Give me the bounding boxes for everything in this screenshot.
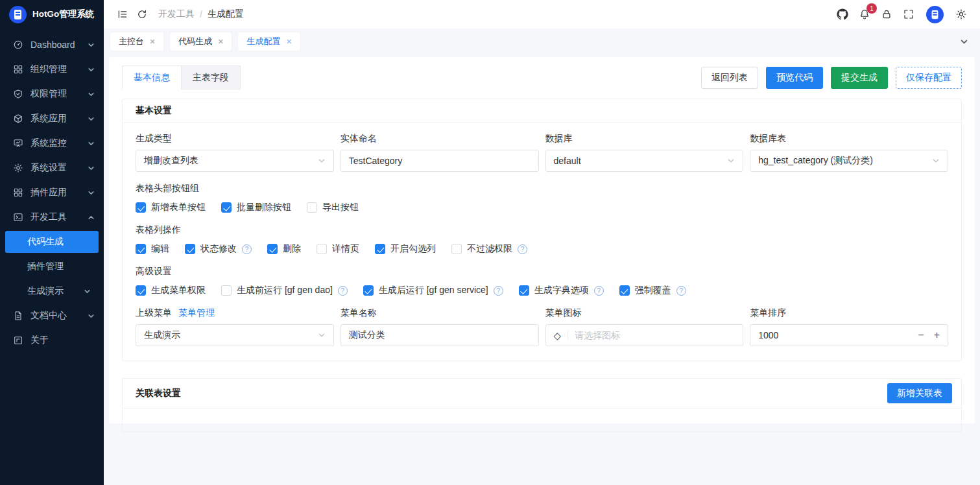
sidebar-item-org[interactable]: 组织管理 bbox=[0, 57, 104, 82]
group-label-column-ops: 表格列操作 bbox=[136, 224, 948, 236]
logo-row[interactable]: HotGo管理系统 bbox=[0, 0, 104, 29]
close-icon[interactable]: × bbox=[218, 37, 223, 46]
checkbox[interactable] bbox=[451, 244, 462, 254]
checkbox[interactable] bbox=[136, 244, 146, 254]
help-icon[interactable]: ? bbox=[242, 244, 252, 254]
checkbox[interactable] bbox=[375, 244, 385, 254]
checkbox-run-after-gen[interactable]: 生成后运行 [gf gen service] ? bbox=[363, 285, 503, 296]
menu-name-box bbox=[341, 324, 539, 346]
org-grid-icon bbox=[13, 64, 23, 75]
checkbox-export-button[interactable]: 导出按钮 bbox=[307, 202, 359, 213]
sidebar-item-about[interactable]: 关于 bbox=[0, 328, 104, 353]
database-select[interactable]: default bbox=[545, 150, 744, 172]
sidebar-item-system-settings[interactable]: 系统设置 bbox=[0, 156, 104, 180]
parent-menu-select[interactable]: 生成演示 bbox=[136, 324, 334, 346]
form-row-1: 生成类型 增删改查列表 实体命名 bbox=[136, 133, 948, 172]
save-config-only-button[interactable]: 仅保存配置 bbox=[896, 67, 962, 89]
checkbox[interactable] bbox=[317, 244, 327, 254]
shield-check-icon bbox=[13, 89, 23, 99]
checkbox-run-before-gen[interactable]: 生成前运行 [gf gen dao] ? bbox=[221, 285, 348, 296]
form-row-menu: 上级菜单 菜单管理 生成演示 菜单名称 bbox=[136, 307, 948, 346]
menu-name-input[interactable] bbox=[349, 330, 531, 340]
preview-code-button[interactable]: 预览代码 bbox=[766, 67, 823, 89]
menu-icon-input[interactable] bbox=[575, 330, 735, 340]
close-icon[interactable]: × bbox=[286, 37, 291, 46]
checkbox-detail-page[interactable]: 详情页 bbox=[317, 243, 359, 255]
checkbox-no-permission-filter[interactable]: 不过滤权限 ? bbox=[451, 243, 527, 255]
group-label-advanced: 高级设置 bbox=[136, 266, 948, 278]
refresh-icon[interactable] bbox=[132, 5, 152, 24]
minus-icon[interactable]: − bbox=[918, 330, 924, 340]
entity-name-input[interactable] bbox=[349, 156, 531, 166]
tab-basic-info[interactable]: 基本信息 bbox=[122, 65, 182, 89]
checkbox-delete[interactable]: 删除 bbox=[267, 243, 301, 255]
breadcrumb-separator: / bbox=[200, 9, 202, 19]
settings-gear-icon[interactable] bbox=[951, 5, 971, 24]
checkbox[interactable] bbox=[136, 202, 146, 213]
checkbox-gen-dict-options[interactable]: 生成字典选项 ? bbox=[519, 285, 604, 296]
basic-settings-header: 基本设置 bbox=[123, 99, 961, 123]
submit-generate-button[interactable]: 提交生成 bbox=[831, 67, 888, 89]
checkbox[interactable] bbox=[221, 202, 232, 213]
checkbox[interactable] bbox=[136, 285, 146, 296]
chevron-down-icon bbox=[88, 165, 95, 172]
fullscreen-icon[interactable] bbox=[899, 5, 918, 24]
checkbox[interactable] bbox=[221, 285, 232, 296]
database-table-select[interactable]: hg_test_category (测试分类) bbox=[750, 150, 948, 172]
user-avatar[interactable] bbox=[926, 6, 944, 23]
menu-manage-link[interactable]: 菜单管理 bbox=[178, 307, 215, 319]
checkbox-force-overwrite[interactable]: 强制覆盖 ? bbox=[619, 285, 686, 296]
help-icon[interactable]: ? bbox=[338, 286, 348, 296]
github-icon[interactable] bbox=[833, 5, 852, 24]
checkbox-edit[interactable]: 编辑 bbox=[136, 243, 169, 255]
sidebar: HotGo管理系统 Dashboard 组织管理 权限管理 系统应用 bbox=[0, 0, 104, 485]
menu-sort-input[interactable] bbox=[758, 330, 918, 340]
tab-main-table-fields[interactable]: 主表字段 bbox=[181, 65, 241, 89]
close-icon[interactable]: × bbox=[150, 37, 155, 46]
tab-generate-config[interactable]: 生成配置 × bbox=[238, 32, 300, 51]
sidebar-item-plugins[interactable]: 插件应用 bbox=[0, 180, 104, 205]
checkbox-gen-menu-permission[interactable]: 生成菜单权限 bbox=[136, 285, 206, 296]
sidebar-item-plugin-manage[interactable]: 插件管理 bbox=[0, 254, 104, 279]
plus-icon[interactable]: + bbox=[934, 330, 940, 340]
lock-icon[interactable] bbox=[877, 5, 896, 24]
icon-picker-icon[interactable]: ◇ bbox=[554, 331, 569, 340]
chevron-down-icon bbox=[88, 41, 95, 49]
help-icon[interactable]: ? bbox=[494, 286, 503, 296]
checkbox[interactable] bbox=[307, 202, 317, 213]
checkbox[interactable] bbox=[363, 285, 374, 296]
sidebar-item-code-generate[interactable]: 代码生成 bbox=[5, 231, 99, 253]
checkbox[interactable] bbox=[267, 244, 278, 254]
checkbox[interactable] bbox=[619, 285, 630, 296]
menu-fold-icon[interactable] bbox=[113, 5, 132, 24]
sidebar-item-dashboard[interactable]: Dashboard bbox=[0, 32, 104, 57]
checkbox[interactable] bbox=[519, 285, 529, 296]
chevron-down-icon bbox=[727, 157, 735, 165]
checkbox-batch-delete-button[interactable]: 批量删除按钮 bbox=[221, 202, 291, 213]
tab-console[interactable]: 主控台 × bbox=[110, 32, 163, 51]
relation-table-section: 关联表设置 新增关联表 bbox=[122, 378, 962, 432]
sidebar-item-docs[interactable]: 文档中心 bbox=[0, 303, 104, 328]
sidebar-item-dev-tools[interactable]: 开发工具 bbox=[0, 205, 104, 230]
notification-bell-icon[interactable]: 1 bbox=[855, 5, 874, 24]
help-icon[interactable]: ? bbox=[594, 286, 604, 296]
sidebar-item-system-monitor[interactable]: 系统监控 bbox=[0, 131, 104, 156]
gen-type-select[interactable]: 增删改查列表 bbox=[136, 150, 334, 172]
header-actions: 1 bbox=[833, 5, 971, 24]
checkbox-status-modify[interactable]: 状态修改 ? bbox=[185, 243, 252, 255]
checkbox-add-form-button[interactable]: 新增表单按钮 bbox=[136, 202, 206, 213]
checkbox[interactable] bbox=[185, 244, 195, 254]
plugin-grid-icon bbox=[13, 187, 23, 198]
field-menu-name: 菜单名称 bbox=[341, 307, 539, 346]
sidebar-item-system-app[interactable]: 系统应用 bbox=[0, 106, 104, 131]
sidebar-item-generate-demo[interactable]: 生成演示 bbox=[0, 279, 104, 303]
tab-code-generate[interactable]: 代码生成 × bbox=[170, 32, 232, 51]
add-relation-table-button[interactable]: 新增关联表 bbox=[887, 383, 952, 403]
help-icon[interactable]: ? bbox=[518, 244, 527, 254]
app-logo-icon bbox=[9, 6, 27, 23]
help-icon[interactable]: ? bbox=[676, 286, 686, 296]
back-to-list-button[interactable]: 返回列表 bbox=[701, 67, 758, 89]
checkbox-enable-selection-column[interactable]: 开启勾选列 bbox=[375, 243, 436, 255]
sidebar-item-permission[interactable]: 权限管理 bbox=[0, 82, 104, 106]
tabbar-dropdown-chevron-icon[interactable] bbox=[955, 38, 974, 46]
